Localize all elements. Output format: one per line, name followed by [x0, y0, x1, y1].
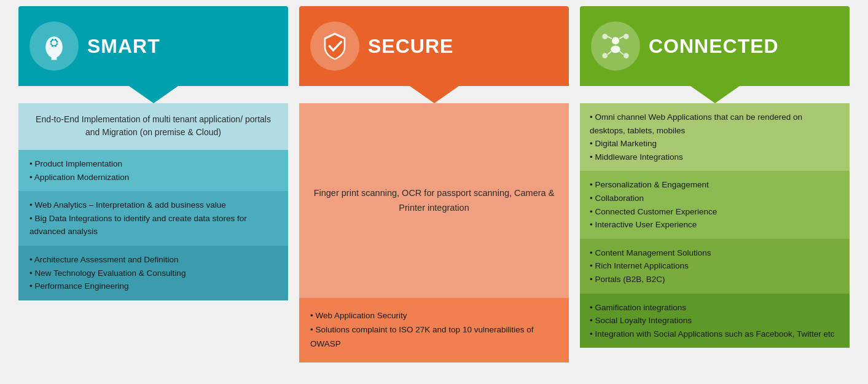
list-item: Product Implementation — [29, 157, 277, 171]
secure-icon — [319, 30, 351, 62]
list-item: Solutions complaint to ISO 27K and top 1… — [310, 323, 558, 351]
smart-body: End-to-End Implementation of multi tenan… — [18, 103, 288, 362]
list-item: Integration with Social Applications suc… — [590, 327, 840, 341]
connected-title: CONNECTED — [649, 35, 779, 58]
smart-list-2: Web Analytics – Interpretation & add bus… — [29, 198, 277, 238]
secure-title: SECURE — [368, 35, 453, 58]
list-item: Personalization & Engagement — [590, 178, 840, 192]
connected-section-3: Content Management Solutions Rich Intern… — [580, 239, 850, 294]
list-item: Rich Internet Applications — [590, 259, 840, 273]
smart-column: SMART End-to-End Implementation of multi… — [18, 6, 288, 362]
secure-section-1: Web Application Security Solutions compl… — [299, 298, 569, 362]
list-item: Social Loyalty Integrations — [590, 314, 840, 327]
smart-icon-circle — [29, 22, 79, 71]
list-item: Web Application Security — [310, 309, 558, 323]
connected-icon-circle — [591, 22, 640, 71]
connected-icon — [600, 30, 631, 62]
connected-list-1: Omni channel Web Applications that can b… — [590, 111, 840, 163]
secure-column: SECURE Finger print scanning, OCR for pa… — [299, 6, 569, 362]
connected-list-3: Content Management Solutions Rich Intern… — [590, 246, 840, 286]
connected-section-4: Gamification integrations Social Loyalty… — [580, 294, 850, 348]
smart-list-3: Architecture Assessment and Definition N… — [29, 253, 277, 293]
secure-header: SECURE — [299, 6, 569, 86]
connected-header: CONNECTED — [580, 6, 850, 86]
connected-list-4: Gamification integrations Social Loyalty… — [590, 301, 840, 341]
svg-line-19 — [619, 36, 624, 38]
smart-icon — [38, 30, 70, 62]
smart-list-1: Product Implementation Application Moder… — [29, 157, 277, 184]
connected-section-1: Omni channel Web Applications that can b… — [580, 103, 850, 171]
svg-point-12 — [612, 37, 619, 44]
smart-section-2: Web Analytics – Interpretation & add bus… — [18, 191, 288, 246]
svg-point-14 — [602, 34, 608, 39]
secure-intro-text: Finger print scanning, OCR for passport … — [299, 103, 569, 298]
list-item: Big Data Integrations to identify and cr… — [29, 212, 277, 238]
smart-intro-text: End-to-End Implementation of multi tenan… — [18, 103, 288, 150]
smart-section-1: Product Implementation Application Moder… — [18, 150, 288, 191]
list-item: Collaboration — [590, 192, 840, 205]
svg-point-3 — [52, 40, 57, 45]
list-item: Web Analytics – Interpretation & add bus… — [29, 198, 277, 212]
list-item: Application Modernization — [29, 171, 277, 184]
svg-line-18 — [608, 36, 612, 38]
svg-rect-5 — [53, 46, 55, 48]
list-item: Middleware Integrations — [590, 151, 840, 164]
smart-title: SMART — [87, 35, 160, 58]
svg-point-17 — [624, 53, 629, 58]
svg-line-20 — [608, 52, 611, 55]
list-item: Gamification integrations — [590, 301, 840, 315]
svg-point-16 — [602, 53, 608, 58]
connected-section-2: Personalization & Engagement Collaborati… — [580, 171, 850, 238]
list-item: Omni channel Web Applications that can b… — [590, 111, 840, 137]
list-item: Digital Marketing — [590, 137, 840, 151]
svg-rect-7 — [57, 42, 59, 44]
secure-icon-circle — [310, 22, 359, 71]
list-item: Portals (B2B, B2C) — [590, 273, 840, 286]
svg-rect-6 — [49, 42, 50, 44]
svg-rect-1 — [52, 57, 57, 60]
list-item: New Technology Evaluation & Consulting — [29, 267, 277, 280]
main-container: SMART End-to-End Implementation of multi… — [0, 0, 868, 384]
smart-section-3: Architecture Assessment and Definition N… — [18, 246, 288, 300]
list-item: Content Management Solutions — [590, 246, 840, 260]
list-item: Connected Customer Experience — [590, 205, 840, 219]
list-item: Architecture Assessment and Definition — [29, 253, 277, 267]
list-item: Performance Engineering — [29, 280, 277, 293]
secure-list: Web Application Security Solutions compl… — [310, 309, 558, 351]
smart-header: SMART — [18, 6, 288, 86]
svg-point-13 — [611, 45, 620, 53]
svg-rect-4 — [53, 37, 55, 39]
svg-point-15 — [624, 34, 629, 39]
connected-body: Omni channel Web Applications that can b… — [580, 103, 850, 362]
list-item: Interactive User Experience — [590, 218, 840, 232]
secure-body: Finger print scanning, OCR for passport … — [299, 103, 569, 362]
svg-line-21 — [620, 52, 624, 55]
connected-column: CONNECTED Omni channel Web Applications … — [580, 6, 850, 362]
connected-list-2: Personalization & Engagement Collaborati… — [590, 178, 840, 231]
